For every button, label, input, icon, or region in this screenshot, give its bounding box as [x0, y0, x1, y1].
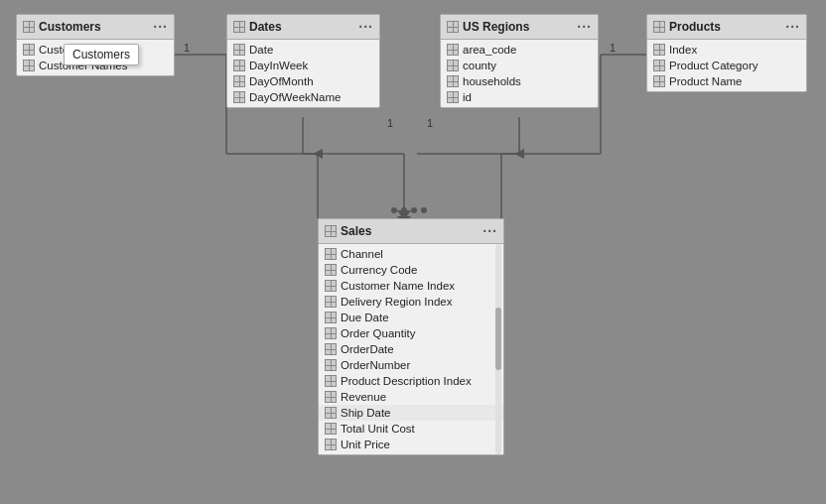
svg-text:1: 1 [610, 42, 616, 54]
canvas: 1 1 1 1 [0, 0, 826, 504]
field-label: area_code [463, 44, 516, 56]
dates-body: Date DayInWeek DayOfMonth DayOfWeekName [227, 40, 379, 107]
table-row: Channel [319, 246, 503, 262]
field-icon [233, 60, 245, 71]
field-icon [653, 60, 665, 71]
tooltip-text: Customers [72, 48, 130, 62]
table-row: Delivery Region Index [319, 294, 503, 310]
field-icon [325, 248, 337, 260]
field-icon [325, 423, 337, 435]
table-row: DayOfWeekName [227, 89, 379, 105]
dates-table-icon [233, 21, 245, 33]
customers-title: Customers [39, 20, 101, 34]
sales-menu[interactable]: ··· [482, 223, 497, 239]
products-table: Products ··· Index Product Category Prod… [646, 14, 807, 92]
field-label: Unit Price [341, 439, 390, 450]
scrollbar-thumb[interactable] [495, 308, 501, 371]
us-regions-table: US Regions ··· area_code county househol… [440, 14, 599, 108]
field-icon [325, 359, 337, 371]
field-label: id [463, 91, 472, 103]
products-title: Products [669, 20, 721, 34]
field-label: Index [669, 44, 697, 56]
field-label: Revenue [341, 391, 386, 403]
products-body: Index Product Category Product Name [647, 40, 806, 91]
dates-header: Dates ··· [227, 15, 379, 40]
table-row: Date [227, 42, 379, 58]
customers-header: Customers ··· [17, 15, 174, 40]
sales-body: Channel Currency Code Customer Name Inde… [319, 244, 503, 454]
field-label: Customer Name Index [341, 280, 455, 292]
sales-table: Sales ··· Channel Currency Code Customer… [318, 218, 504, 455]
table-row: county [441, 58, 598, 73]
svg-point-21 [391, 207, 397, 213]
field-icon [325, 264, 337, 276]
scrollbar[interactable] [495, 244, 501, 454]
svg-point-23 [411, 207, 417, 213]
svg-marker-5 [313, 149, 323, 159]
table-row: area_code [441, 42, 598, 58]
field-icon [325, 343, 337, 355]
products-header: Products ··· [647, 15, 806, 40]
table-row: Index [647, 42, 806, 58]
field-icon [325, 312, 337, 323]
table-row: Ship Date [319, 405, 503, 421]
table-row: Product Description Index [319, 373, 503, 389]
svg-text:1: 1 [427, 117, 433, 129]
field-icon [325, 391, 337, 403]
field-icon [447, 91, 459, 103]
table-row: Customer Name Index [319, 278, 503, 294]
field-icon [325, 375, 337, 387]
dates-title: Dates [249, 20, 282, 34]
table-row: DayInWeek [227, 58, 379, 73]
field-icon [653, 44, 665, 56]
field-icon [325, 296, 337, 308]
sales-title: Sales [341, 224, 371, 238]
field-label: Due Date [341, 312, 389, 323]
table-row: Revenue [319, 389, 503, 405]
us-regions-table-icon [447, 21, 459, 33]
sales-table-icon [325, 225, 337, 237]
field-icon [233, 75, 245, 87]
svg-marker-15 [514, 149, 524, 159]
customers-menu[interactable]: ··· [153, 19, 168, 35]
table-row: Order Quantity [319, 325, 503, 341]
table-row: households [441, 73, 598, 89]
field-label: Channel [341, 248, 383, 260]
field-label: households [463, 75, 521, 87]
table-row: Unit Price [319, 437, 503, 452]
table-row: Due Date [319, 310, 503, 325]
customers-tooltip: Customers [64, 44, 139, 65]
field-icon [23, 44, 35, 56]
products-table-icon [653, 21, 665, 33]
table-row: id [441, 89, 598, 105]
field-icon [325, 407, 337, 419]
field-icon [23, 60, 35, 71]
us-regions-title: US Regions [463, 20, 529, 34]
us-regions-menu[interactable]: ··· [577, 19, 592, 35]
dates-table: Dates ··· Date DayInWeek DayOfMonth DayO… [226, 14, 380, 108]
svg-text:1: 1 [387, 117, 393, 129]
field-label: Total Unit Cost [341, 423, 415, 435]
table-row: Currency Code [319, 262, 503, 278]
field-icon [447, 60, 459, 71]
products-menu[interactable]: ··· [785, 19, 800, 35]
field-icon [447, 44, 459, 56]
table-row: Total Unit Cost [319, 421, 503, 437]
field-label: Product Name [669, 75, 743, 87]
field-label: DayOfWeekName [249, 91, 341, 103]
field-label: Ship Date [341, 407, 391, 419]
svg-point-24 [421, 207, 427, 213]
svg-point-22 [401, 207, 407, 213]
field-icon [233, 44, 245, 56]
table-row: OrderDate [319, 341, 503, 357]
field-icon [325, 439, 337, 450]
field-label: OrderNumber [341, 359, 410, 371]
dates-menu[interactable]: ··· [358, 19, 373, 35]
field-label: Product Description Index [341, 375, 472, 387]
table-row: Product Name [647, 73, 806, 89]
field-label: Delivery Region Index [341, 296, 453, 308]
field-icon [233, 91, 245, 103]
us-regions-header: US Regions ··· [441, 15, 598, 40]
field-icon [325, 280, 337, 292]
field-label: DayOfMonth [249, 75, 314, 87]
